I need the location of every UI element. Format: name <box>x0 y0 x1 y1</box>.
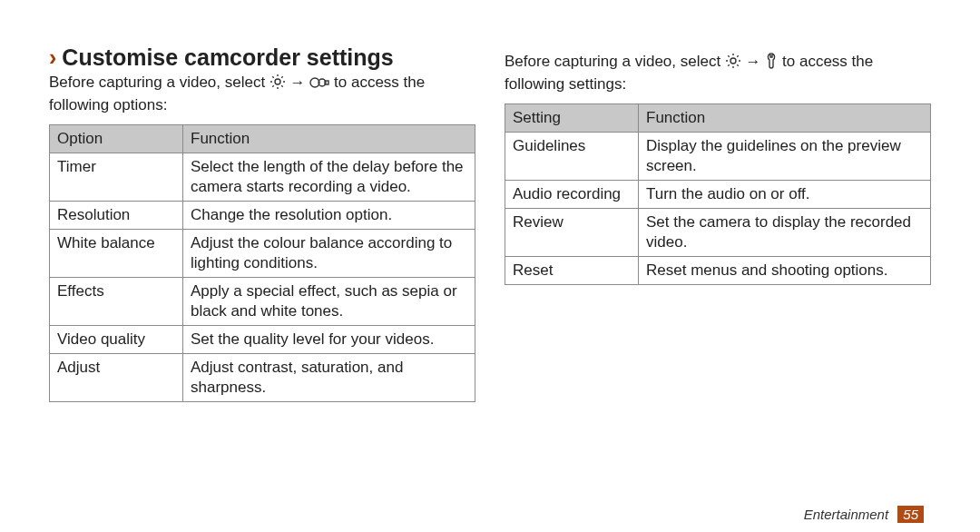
table-row: ResetReset menus and shooting options. <box>505 257 931 285</box>
wrench-icon <box>765 53 778 74</box>
section-heading: ›Customise camcorder settings <box>49 44 475 71</box>
options-table: Option Function TimerSelect the length o… <box>49 124 475 402</box>
option-cell: Effects <box>50 278 183 326</box>
function-cell: Adjust contrast, saturation, and sharpne… <box>183 354 475 402</box>
arrow-text: → <box>741 53 765 70</box>
setting-cell: Guidelines <box>505 133 639 181</box>
settings-head-1: Function <box>639 104 931 133</box>
function-cell: Adjust the colour balance according to l… <box>183 230 475 278</box>
gear-icon <box>725 53 741 74</box>
function-cell: Display the guidelines on the preview sc… <box>639 133 931 181</box>
svg-point-4 <box>730 58 736 64</box>
option-cell: Timer <box>50 153 183 202</box>
camcorder-icon <box>309 75 329 95</box>
table-row: ReviewSet the camera to display the reco… <box>505 209 931 257</box>
setting-cell: Review <box>505 209 639 257</box>
gear-icon <box>270 74 286 95</box>
page-footer: Entertainment 55 <box>804 506 924 523</box>
table-header-row: Option Function <box>50 125 475 153</box>
function-cell: Turn the audio on or off. <box>639 181 931 209</box>
chevron-right-icon: › <box>49 44 56 70</box>
setting-cell: Reset <box>505 257 639 285</box>
option-cell: Video quality <box>50 326 183 354</box>
table-row: AdjustAdjust contrast, saturation, and s… <box>50 354 475 402</box>
setting-cell: Audio recording <box>505 181 639 209</box>
intro-right: Before capturing a video, select → to ac… <box>505 52 931 94</box>
table-header-row: Setting Function <box>505 104 931 133</box>
intro-left-pre: Before capturing a video, select <box>49 74 270 91</box>
function-cell: Select the length of the delay before th… <box>183 153 475 202</box>
options-head-1: Function <box>183 125 475 153</box>
table-row: White balanceAdjust the colour balance a… <box>50 230 475 278</box>
footer-page-number: 55 <box>897 506 924 523</box>
option-cell: White balance <box>50 230 183 278</box>
function-cell: Apply a special effect, such as sepia or… <box>183 278 475 326</box>
function-cell: Set the camera to display the recorded v… <box>639 209 931 257</box>
function-cell: Change the resolution option. <box>183 202 475 230</box>
arrow-text: → <box>286 74 309 91</box>
table-row: TimerSelect the length of the delay befo… <box>50 153 475 202</box>
options-head-0: Option <box>50 125 183 153</box>
table-row: Audio recordingTurn the audio on or off. <box>505 181 931 209</box>
footer-section: Entertainment <box>804 507 888 522</box>
settings-table: Setting Function GuidelinesDisplay the g… <box>505 103 931 285</box>
option-cell: Adjust <box>50 354 183 402</box>
table-row: ResolutionChange the resolution option. <box>50 202 475 230</box>
settings-head-0: Setting <box>505 104 639 133</box>
svg-point-0 <box>275 79 280 84</box>
intro-right-pre: Before capturing a video, select <box>505 53 725 70</box>
heading-text: Customise camcorder settings <box>62 44 393 70</box>
function-cell: Reset menus and shooting options. <box>639 257 931 285</box>
option-cell: Resolution <box>50 202 183 230</box>
table-row: EffectsApply a special effect, such as s… <box>50 278 475 326</box>
function-cell: Set the quality level for your videos. <box>183 326 475 354</box>
table-row: Video qualitySet the quality level for y… <box>50 326 475 354</box>
intro-left: Before capturing a video, select → to ac… <box>49 73 475 115</box>
table-row: GuidelinesDisplay the guidelines on the … <box>505 133 931 181</box>
svg-rect-3 <box>325 81 328 84</box>
